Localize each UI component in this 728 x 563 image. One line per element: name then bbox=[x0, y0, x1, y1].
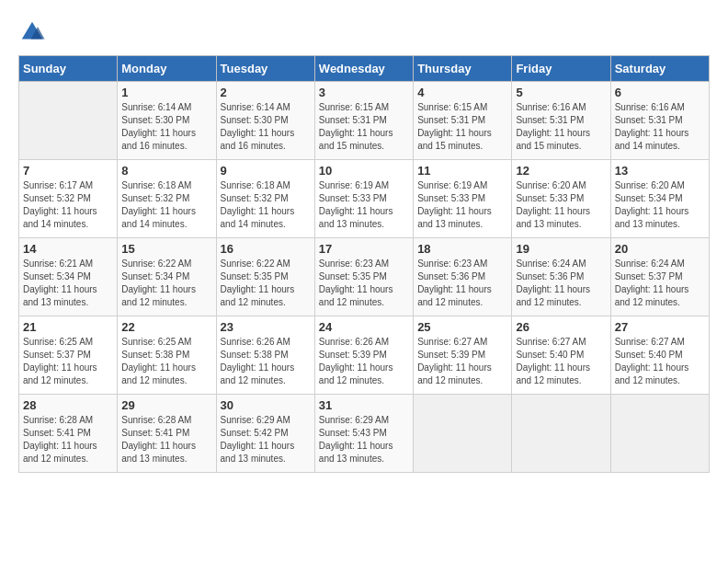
day-info: Sunrise: 6:18 AMSunset: 5:32 PMDaylight:… bbox=[221, 179, 311, 231]
calendar-table: Sunday Monday Tuesday Wednesday Thursday… bbox=[18, 55, 710, 473]
header-monday: Monday bbox=[118, 56, 216, 82]
day-number: 11 bbox=[417, 164, 507, 178]
day-info: Sunrise: 6:29 AMSunset: 5:43 PMDaylight:… bbox=[319, 414, 409, 465]
table-row: 13Sunrise: 6:20 AMSunset: 5:34 PMDayligh… bbox=[610, 160, 709, 238]
day-info: Sunrise: 6:27 AMSunset: 5:39 PMDaylight:… bbox=[417, 336, 507, 387]
day-number: 18 bbox=[417, 242, 507, 256]
table-row: 21Sunrise: 6:25 AMSunset: 5:37 PMDayligh… bbox=[19, 316, 118, 395]
table-row bbox=[414, 395, 512, 473]
table-row: 20Sunrise: 6:24 AMSunset: 5:37 PMDayligh… bbox=[610, 238, 709, 316]
day-number: 25 bbox=[417, 320, 507, 334]
week-row-4: 28Sunrise: 6:28 AMSunset: 5:41 PMDayligh… bbox=[19, 395, 710, 473]
header-tuesday: Tuesday bbox=[216, 56, 314, 82]
table-row: 15Sunrise: 6:22 AMSunset: 5:34 PMDayligh… bbox=[118, 238, 216, 316]
header-friday: Friday bbox=[512, 56, 610, 82]
day-number: 17 bbox=[319, 242, 409, 256]
day-info: Sunrise: 6:19 AMSunset: 5:33 PMDaylight:… bbox=[319, 179, 409, 231]
page-header bbox=[18, 18, 710, 46]
day-info: Sunrise: 6:29 AMSunset: 5:42 PMDaylight:… bbox=[221, 414, 311, 465]
day-number: 13 bbox=[615, 164, 705, 178]
day-info: Sunrise: 6:16 AMSunset: 5:31 PMDaylight:… bbox=[615, 101, 705, 153]
table-row: 1Sunrise: 6:14 AMSunset: 5:30 PMDaylight… bbox=[118, 82, 216, 160]
day-info: Sunrise: 6:25 AMSunset: 5:38 PMDaylight:… bbox=[121, 336, 211, 387]
header-thursday: Thursday bbox=[414, 56, 512, 82]
table-row: 27Sunrise: 6:27 AMSunset: 5:40 PMDayligh… bbox=[610, 316, 709, 395]
day-info: Sunrise: 6:25 AMSunset: 5:37 PMDaylight:… bbox=[23, 336, 113, 387]
day-number: 29 bbox=[121, 398, 211, 412]
day-number: 31 bbox=[319, 398, 409, 412]
day-info: Sunrise: 6:20 AMSunset: 5:33 PMDaylight:… bbox=[516, 179, 606, 231]
table-row: 2Sunrise: 6:14 AMSunset: 5:30 PMDaylight… bbox=[216, 82, 314, 160]
calendar-body: 1Sunrise: 6:14 AMSunset: 5:30 PMDaylight… bbox=[19, 82, 710, 473]
day-info: Sunrise: 6:23 AMSunset: 5:35 PMDaylight:… bbox=[319, 258, 409, 309]
table-row bbox=[610, 395, 709, 473]
header-saturday: Saturday bbox=[610, 56, 709, 82]
table-row: 26Sunrise: 6:27 AMSunset: 5:40 PMDayligh… bbox=[512, 316, 610, 395]
day-info: Sunrise: 6:27 AMSunset: 5:40 PMDaylight:… bbox=[516, 336, 606, 387]
table-row: 18Sunrise: 6:23 AMSunset: 5:36 PMDayligh… bbox=[414, 238, 512, 316]
table-row bbox=[19, 82, 118, 160]
table-row: 12Sunrise: 6:20 AMSunset: 5:33 PMDayligh… bbox=[512, 160, 610, 238]
day-info: Sunrise: 6:16 AMSunset: 5:31 PMDaylight:… bbox=[516, 101, 606, 153]
day-info: Sunrise: 6:24 AMSunset: 5:37 PMDaylight:… bbox=[615, 258, 705, 309]
day-number: 20 bbox=[615, 242, 705, 256]
day-number: 12 bbox=[516, 164, 606, 178]
table-row: 6Sunrise: 6:16 AMSunset: 5:31 PMDaylight… bbox=[610, 82, 709, 160]
day-number: 7 bbox=[23, 164, 113, 178]
day-info: Sunrise: 6:14 AMSunset: 5:30 PMDaylight:… bbox=[121, 101, 211, 153]
day-number: 3 bbox=[319, 86, 409, 99]
day-info: Sunrise: 6:17 AMSunset: 5:32 PMDaylight:… bbox=[23, 179, 113, 231]
day-info: Sunrise: 6:14 AMSunset: 5:30 PMDaylight:… bbox=[221, 101, 311, 153]
calendar-header: Sunday Monday Tuesday Wednesday Thursday… bbox=[19, 56, 710, 82]
week-row-0: 1Sunrise: 6:14 AMSunset: 5:30 PMDaylight… bbox=[19, 82, 710, 160]
day-info: Sunrise: 6:22 AMSunset: 5:35 PMDaylight:… bbox=[221, 258, 311, 309]
day-info: Sunrise: 6:28 AMSunset: 5:41 PMDaylight:… bbox=[121, 414, 211, 465]
day-info: Sunrise: 6:15 AMSunset: 5:31 PMDaylight:… bbox=[319, 101, 409, 153]
day-info: Sunrise: 6:23 AMSunset: 5:36 PMDaylight:… bbox=[417, 258, 507, 309]
day-number: 23 bbox=[221, 320, 311, 334]
day-number: 19 bbox=[516, 242, 606, 256]
day-number: 22 bbox=[121, 320, 211, 334]
day-info: Sunrise: 6:21 AMSunset: 5:34 PMDaylight:… bbox=[23, 258, 113, 309]
day-number: 2 bbox=[221, 86, 311, 99]
table-row: 19Sunrise: 6:24 AMSunset: 5:36 PMDayligh… bbox=[512, 238, 610, 316]
day-number: 10 bbox=[319, 164, 409, 178]
day-number: 26 bbox=[516, 320, 606, 334]
day-number: 14 bbox=[23, 242, 113, 256]
table-row: 3Sunrise: 6:15 AMSunset: 5:31 PMDaylight… bbox=[314, 82, 413, 160]
table-row: 24Sunrise: 6:26 AMSunset: 5:39 PMDayligh… bbox=[314, 316, 413, 395]
day-info: Sunrise: 6:26 AMSunset: 5:39 PMDaylight:… bbox=[319, 336, 409, 387]
day-number: 1 bbox=[121, 86, 211, 99]
day-number: 27 bbox=[615, 320, 705, 334]
table-row: 31Sunrise: 6:29 AMSunset: 5:43 PMDayligh… bbox=[314, 395, 413, 473]
day-number: 5 bbox=[516, 86, 606, 99]
day-number: 8 bbox=[121, 164, 211, 178]
table-row: 4Sunrise: 6:15 AMSunset: 5:31 PMDaylight… bbox=[414, 82, 512, 160]
day-info: Sunrise: 6:20 AMSunset: 5:34 PMDaylight:… bbox=[615, 179, 705, 231]
table-row: 5Sunrise: 6:16 AMSunset: 5:31 PMDaylight… bbox=[512, 82, 610, 160]
table-row: 9Sunrise: 6:18 AMSunset: 5:32 PMDaylight… bbox=[216, 160, 314, 238]
day-number: 6 bbox=[615, 86, 705, 99]
day-number: 24 bbox=[319, 320, 409, 334]
table-row: 23Sunrise: 6:26 AMSunset: 5:38 PMDayligh… bbox=[216, 316, 314, 395]
day-info: Sunrise: 6:19 AMSunset: 5:33 PMDaylight:… bbox=[417, 179, 507, 231]
week-row-2: 14Sunrise: 6:21 AMSunset: 5:34 PMDayligh… bbox=[19, 238, 710, 316]
day-number: 28 bbox=[23, 398, 113, 412]
logo-icon bbox=[18, 18, 46, 46]
day-number: 16 bbox=[221, 242, 311, 256]
day-number: 15 bbox=[121, 242, 211, 256]
day-info: Sunrise: 6:22 AMSunset: 5:34 PMDaylight:… bbox=[121, 258, 211, 309]
day-info: Sunrise: 6:18 AMSunset: 5:32 PMDaylight:… bbox=[121, 179, 211, 231]
day-number: 9 bbox=[221, 164, 311, 178]
header-wednesday: Wednesday bbox=[314, 56, 413, 82]
table-row: 29Sunrise: 6:28 AMSunset: 5:41 PMDayligh… bbox=[118, 395, 216, 473]
table-row: 11Sunrise: 6:19 AMSunset: 5:33 PMDayligh… bbox=[414, 160, 512, 238]
week-row-3: 21Sunrise: 6:25 AMSunset: 5:37 PMDayligh… bbox=[19, 316, 710, 395]
table-row: 10Sunrise: 6:19 AMSunset: 5:33 PMDayligh… bbox=[314, 160, 413, 238]
day-info: Sunrise: 6:15 AMSunset: 5:31 PMDaylight:… bbox=[417, 101, 507, 153]
day-number: 4 bbox=[417, 86, 507, 99]
table-row: 17Sunrise: 6:23 AMSunset: 5:35 PMDayligh… bbox=[314, 238, 413, 316]
day-info: Sunrise: 6:27 AMSunset: 5:40 PMDaylight:… bbox=[615, 336, 705, 387]
day-info: Sunrise: 6:28 AMSunset: 5:41 PMDaylight:… bbox=[23, 414, 113, 465]
table-row: 28Sunrise: 6:28 AMSunset: 5:41 PMDayligh… bbox=[19, 395, 118, 473]
